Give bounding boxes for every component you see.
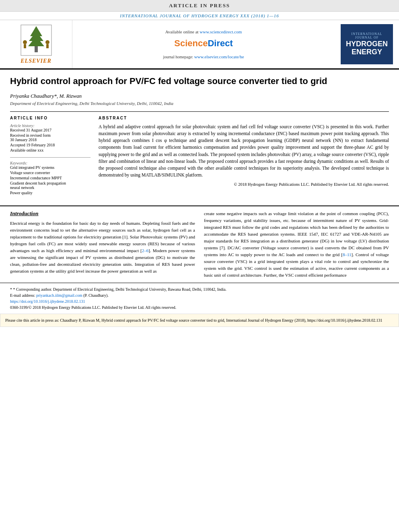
doi-link[interactable]: https://doi.org/10.1016/j.ijhydene.2018.… (10, 299, 85, 304)
accepted-date: Accepted 19 February 2018 (10, 143, 90, 147)
footnote-area: * * Corresponding author. Department of … (0, 283, 399, 314)
hydrogen-logo-section: INTERNATIONAL JOURNAL OF HYDROGENENERGY (335, 20, 399, 68)
ref-2-6-link[interactable]: 2–6 (142, 248, 149, 253)
article-header-content: Hybrid control approach for PV/FC fed vo… (0, 70, 399, 200)
elsevier-tree-icon (20, 24, 52, 56)
authors-line: Priyanka Chaudhary*, M. Rizwan (10, 93, 389, 99)
svg-point-5 (23, 40, 27, 44)
hydrogen-logo-main-text: HYDROGENENERGY (346, 40, 388, 56)
citation-box: Please cite this article in press as: Ch… (0, 314, 399, 327)
copyright-text: © 2018 Hydrogen Energy Publications LLC.… (99, 182, 389, 187)
svg-marker-4 (28, 36, 44, 46)
article-title: Hybrid control approach for PV/FC fed vo… (10, 76, 389, 87)
keyword-2: Voltage source converter (10, 170, 90, 175)
abstract-column: ABSTRACT A hybrid and adaptive control a… (99, 116, 389, 196)
article-info-heading: ARTICLE INFO (10, 116, 90, 120)
corresponding-author-note: * * Corresponding author. Department of … (10, 286, 389, 292)
ref-8-11-link[interactable]: 8–11 (343, 252, 352, 257)
elsevier-logo: ELSEVIER (20, 24, 52, 64)
article-in-press-banner: ARTICLE IN PRESS (0, 0, 399, 12)
received-date: Received 31 August 2017 (10, 128, 90, 132)
article-info-column: ARTICLE INFO Article history: Received 3… (10, 116, 90, 196)
top-header: ELSEVIER Available online at www.science… (0, 20, 399, 70)
email-link[interactable]: priyankach.iilm@gmail.com (36, 293, 82, 298)
body-right-column: create some negative impacts such as vol… (204, 210, 389, 279)
introduction-title: Introduction (10, 210, 195, 217)
keywords-label: Keywords: (10, 161, 90, 165)
keyword-4: Gradient descent back propagationneural … (10, 181, 90, 190)
sciencedirect-url-link[interactable]: www.sciencedirect.com (200, 29, 242, 34)
article-history-label: Article history: (10, 123, 90, 128)
journal-homepage-link[interactable]: www.elsevier.com/locate/he (194, 54, 244, 59)
keywords-section: Keywords: Grid integrated PV systems Vol… (10, 161, 90, 195)
svg-rect-8 (46, 44, 49, 48)
elsevier-text: ELSEVIER (21, 58, 51, 64)
revised-date: Received in revised form30 January 2018 (10, 133, 90, 142)
info-divider (10, 157, 90, 158)
elsevier-logo-section: ELSEVIER (0, 20, 72, 68)
body-two-col-layout: Introduction Electrical energy is the fo… (10, 210, 389, 279)
email-line: E-mail address: priyankach.iilm@gmail.co… (10, 292, 389, 298)
available-online: Available online xxx (10, 148, 90, 152)
body-content: Introduction Electrical energy is the fo… (0, 206, 399, 283)
sciencedirect-logo: ScienceDirect (174, 38, 233, 49)
doi-line: https://doi.org/10.1016/j.ijhydene.2018.… (10, 298, 389, 304)
body-left-column: Introduction Electrical energy is the fo… (10, 210, 195, 279)
citation-label: Please cite this article in press as: (5, 318, 59, 322)
affiliation-line: Department of Electrical Engineering, De… (10, 101, 389, 106)
introduction-left-text: Electrical energy is the foundation for … (10, 220, 195, 275)
article-info-abstract-section: ARTICLE INFO Article history: Received 3… (10, 111, 389, 196)
journal-homepage-line: journal homepage: www.elsevier.com/locat… (163, 54, 244, 59)
abstract-text: A hybrid and adaptive control approach f… (99, 123, 389, 179)
keyword-3: Incremental conductance MPPT (10, 176, 90, 180)
issn-line: 0360-3199/© 2018 Hydrogen Energy Publica… (10, 304, 389, 310)
abstract-heading: ABSTRACT (99, 116, 389, 120)
svg-rect-6 (24, 44, 26, 48)
available-online-text: Available online at www.sciencedirect.co… (165, 29, 242, 34)
center-header-section: Available online at www.sciencedirect.co… (72, 20, 335, 68)
keyword-5: Power quality (10, 191, 90, 195)
hydrogen-logo-top-text: INTERNATIONAL JOURNAL OF (344, 32, 390, 39)
keyword-1: Grid integrated PV systems (10, 165, 90, 170)
svg-point-7 (45, 40, 49, 44)
article-history-section: Article history: Received 31 August 2017… (10, 123, 90, 152)
citation-text: Chaudhary P, Rizwan M, Hybrid control ap… (60, 318, 382, 322)
hydrogen-logo-box: INTERNATIONAL JOURNAL OF HYDROGENENERGY (341, 24, 393, 64)
introduction-right-text: create some negative impacts such as vol… (204, 210, 389, 279)
journal-header-bar: INTERNATIONAL JOURNAL OF HYDROGEN ENERGY… (0, 12, 399, 20)
